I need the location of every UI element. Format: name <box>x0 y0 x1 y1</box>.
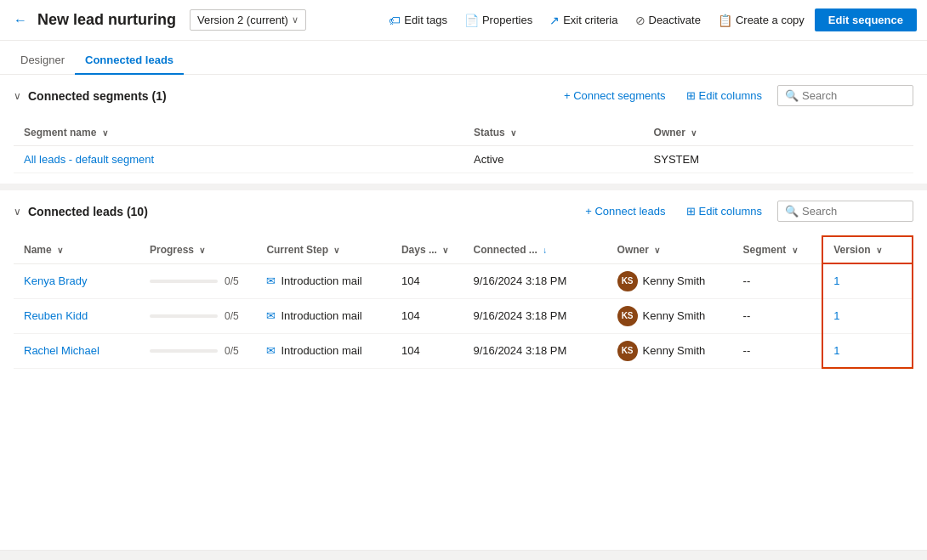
table-row: Kenya Brady 0/5 ✉ <box>14 263 913 298</box>
segments-search-box: 🔍 <box>777 85 913 106</box>
back-button[interactable]: ← <box>10 9 31 31</box>
col-owner[interactable]: Owner ∨ <box>644 120 913 146</box>
version-sort-icon: ∨ <box>876 246 882 255</box>
section-divider <box>0 184 927 190</box>
lead-name-link[interactable]: Kenya Brady <box>24 274 87 287</box>
step-cell: ✉ Introduction mail <box>266 344 381 357</box>
tab-connected-leads-label: Connected leads <box>85 54 173 66</box>
col-current-step[interactable]: Current Step ∨ <box>256 236 391 263</box>
version-label: Version 2 (current) <box>197 14 288 26</box>
deactivate-icon: ⊘ <box>635 14 645 27</box>
bottom-scrollbar[interactable] <box>0 550 927 560</box>
segment-cell: -- <box>733 298 823 333</box>
segment-name-cell: All leads - default segment <box>14 146 464 173</box>
lead-progress-cell: 0/5 <box>139 263 256 298</box>
col-version[interactable]: Version ∨ <box>822 236 913 263</box>
lead-name-sort-icon: ∨ <box>57 246 63 255</box>
leads-table-container: Name ∨ Progress ∨ Current Step ∨ Days <box>14 235 913 369</box>
lead-name-link[interactable]: Reuben Kidd <box>24 309 88 322</box>
leads-title-group[interactable]: ∨ Connected leads (10) <box>14 205 148 218</box>
step-label: Introduction mail <box>281 274 361 287</box>
leads-search-input[interactable] <box>802 205 906 218</box>
table-row: Rachel Michael 0/5 <box>14 333 913 368</box>
owner-sort-icon: ∨ <box>691 128 697 138</box>
edit-tags-button[interactable]: 🏷 Edit tags <box>382 9 454 31</box>
leads-section-header: ∨ Connected leads (10) + Connect leads ⊞… <box>14 201 913 222</box>
col-status[interactable]: Status ∨ <box>464 120 644 146</box>
leads-chevron-icon: ∨ <box>14 206 21 218</box>
col-segment-name[interactable]: Segment name ∨ <box>14 120 464 146</box>
connect-segments-button[interactable]: + Connect segments <box>559 86 671 105</box>
segments-section-title: Connected segments (1) <box>28 89 167 103</box>
version-dropdown[interactable]: Version 2 (current) ∨ <box>190 9 306 31</box>
col-lead-owner[interactable]: Owner ∨ <box>607 236 733 263</box>
leads-search-box: 🔍 <box>777 201 913 222</box>
mail-icon: ✉ <box>266 344 276 357</box>
col-days[interactable]: Days ... ∨ <box>391 236 464 263</box>
edit-tags-label: Edit tags <box>404 14 447 26</box>
col-lead-progress[interactable]: Progress ∨ <box>139 236 256 263</box>
create-copy-label: Create a copy <box>736 14 805 26</box>
tag-icon: 🏷 <box>389 14 401 27</box>
segments-section-header: ∨ Connected segments (1) + Connect segme… <box>14 85 913 106</box>
col-lead-name[interactable]: Name ∨ <box>14 236 139 263</box>
segment-sort-icon: ∨ <box>792 246 798 255</box>
leads-table: Name ∨ Progress ∨ Current Step ∨ Days <box>14 235 913 369</box>
progress-sort-icon: ∨ <box>199 246 205 255</box>
col-connected[interactable]: Connected ... ↓ <box>463 236 606 263</box>
exit-criteria-button[interactable]: ↗ Exit criteria <box>543 9 624 31</box>
progress-container: 0/5 <box>150 345 246 357</box>
progress-bar <box>150 280 218 283</box>
status-sort-icon: ∨ <box>510 128 516 138</box>
tab-designer[interactable]: Designer <box>10 47 75 75</box>
segments-edit-columns-label: Edit columns <box>699 89 762 102</box>
deactivate-button[interactable]: ⊘ Deactivate <box>628 9 708 31</box>
mail-icon: ✉ <box>266 274 276 287</box>
edit-sequence-button[interactable]: Edit sequence <box>815 8 917 31</box>
owner-cell: KS Kenny Smith <box>607 298 733 333</box>
segments-edit-columns-button[interactable]: ⊞ Edit columns <box>681 86 767 105</box>
days-cell: 104 <box>391 263 464 298</box>
progress-bar <box>150 314 218 318</box>
chevron-down-icon: ∨ <box>292 14 299 25</box>
segments-search-input[interactable] <box>802 89 906 102</box>
segments-section-actions: + Connect segments ⊞ Edit columns 🔍 <box>559 85 913 106</box>
connected-cell: 9/16/2024 3:18 PM <box>463 298 606 333</box>
tab-designer-label: Designer <box>20 54 65 66</box>
owner-container: KS Kenny Smith <box>617 271 723 291</box>
lead-progress-cell: 0/5 <box>139 298 256 333</box>
version-link[interactable]: 1 <box>833 274 839 287</box>
table-row: Reuben Kidd 0/5 ✉ <box>14 298 913 333</box>
segments-search-icon: 🔍 <box>785 89 799 102</box>
lead-name-link[interactable]: Rachel Michael <box>24 344 100 357</box>
segment-status-cell: Active <box>464 146 644 173</box>
progress-label: 0/5 <box>225 310 239 322</box>
copy-icon: 📋 <box>718 14 732 27</box>
owner-cell: KS Kenny Smith <box>607 263 733 298</box>
tab-connected-leads[interactable]: Connected leads <box>75 47 184 75</box>
progress-container: 0/5 <box>150 275 246 287</box>
segments-table-container: Segment name ∨ Status ∨ Owner ∨ <box>14 120 913 173</box>
progress-bar <box>150 349 218 353</box>
leads-edit-columns-label: Edit columns <box>699 205 762 218</box>
create-copy-button[interactable]: 📋 Create a copy <box>711 9 811 31</box>
segment-name-link[interactable]: All leads - default segment <box>24 153 154 166</box>
leads-section-title: Connected leads (10) <box>28 205 148 218</box>
segments-table-body: All leads - default segment Active SYSTE… <box>14 146 913 173</box>
progress-container: 0/5 <box>150 310 246 322</box>
toolbar-actions: 🏷 Edit tags 📄 Properties ↗ Exit criteria… <box>382 8 917 31</box>
segment-name-sort-icon: ∨ <box>102 128 108 138</box>
owner-cell: KS Kenny Smith <box>607 333 733 368</box>
segments-title-group[interactable]: ∨ Connected segments (1) <box>14 89 167 103</box>
col-segment[interactable]: Segment ∨ <box>733 236 823 263</box>
version-link[interactable]: 1 <box>833 344 839 357</box>
properties-icon: 📄 <box>464 14 479 27</box>
step-cell: ✉ Introduction mail <box>266 274 381 287</box>
connect-leads-button[interactable]: + Connect leads <box>580 201 670 221</box>
mail-icon: ✉ <box>266 309 276 322</box>
leads-table-body: Kenya Brady 0/5 ✉ <box>14 263 913 368</box>
version-link[interactable]: 1 <box>833 309 839 322</box>
owner-container: KS Kenny Smith <box>617 341 723 361</box>
leads-edit-columns-button[interactable]: ⊞ Edit columns <box>681 201 767 221</box>
properties-button[interactable]: 📄 Properties <box>458 9 539 31</box>
